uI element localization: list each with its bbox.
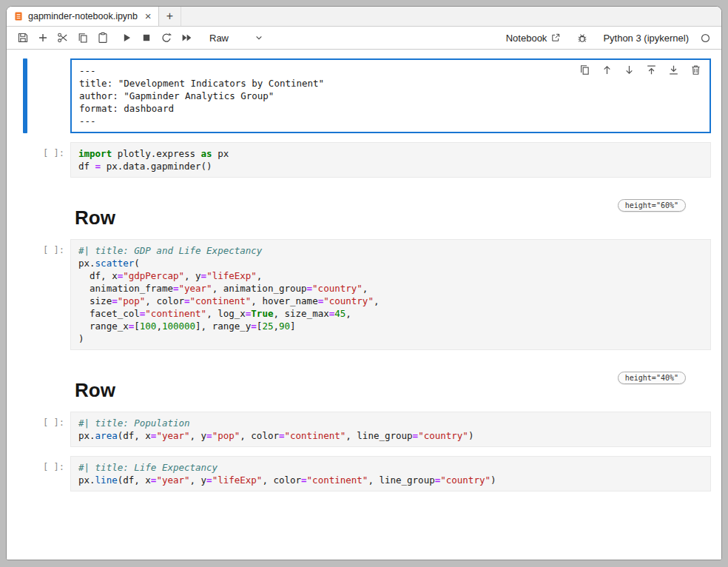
chevron-down-icon bbox=[254, 33, 264, 43]
debugger-bug-icon[interactable] bbox=[572, 29, 592, 47]
code-line: #| title: GDP and Life Expectancy bbox=[78, 244, 703, 257]
cell-input-area[interactable]: import plotly.express as pxdf = px.data.… bbox=[70, 142, 711, 178]
restart-run-all-button[interactable] bbox=[176, 29, 196, 47]
code-line: df = px.data.gapminder() bbox=[78, 160, 703, 172]
code-line: #| title: Life Expectancy bbox=[78, 461, 703, 474]
code-line: animation_frame="year", animation_group=… bbox=[78, 282, 703, 295]
code-line: import plotly.express as px bbox=[78, 147, 703, 160]
save-button[interactable] bbox=[13, 29, 33, 47]
code-line: format: dashboard bbox=[79, 102, 702, 115]
duplicate-icon[interactable] bbox=[579, 64, 591, 76]
notebook-file-icon bbox=[13, 11, 24, 21]
copy-cells-button[interactable] bbox=[73, 29, 92, 47]
code-line: size="pop", color="continent", hover_nam… bbox=[78, 295, 703, 307]
cell-input-area[interactable]: ---title: "Development Indicators by Con… bbox=[70, 58, 711, 133]
toolbar-right-group: Notebook Python 3 (ipykernel) bbox=[506, 29, 711, 47]
insert-cell-button[interactable] bbox=[33, 29, 53, 47]
height-badge: height="40%" bbox=[618, 372, 686, 384]
notebook-cell: [ ]:#| title: Populationpx.area(df, x="y… bbox=[7, 412, 711, 447]
code-line: range_x=[100,100000], range_y=[25,90] bbox=[78, 320, 703, 332]
markdown-cell[interactable]: Rowheight="40%" bbox=[75, 372, 711, 401]
notebook-view-label: Notebook bbox=[506, 33, 547, 44]
code-line: ) bbox=[78, 332, 703, 345]
kernel-status-icon bbox=[700, 33, 711, 44]
markdown-cell[interactable]: Rowheight="60%" bbox=[75, 199, 711, 229]
tab-bar-filler bbox=[181, 7, 721, 26]
cell-input-area[interactable]: #| title: Populationpx.area(df, x="year"… bbox=[70, 412, 711, 447]
paste-cells-button[interactable] bbox=[92, 29, 112, 47]
code-line: px.line(df, x="year", y="lifeExp", color… bbox=[78, 474, 703, 486]
tab-bar: gapminder-notebook.ipynb × + bbox=[7, 7, 721, 27]
cell-type-value: Raw bbox=[209, 33, 229, 44]
external-link-icon bbox=[550, 33, 561, 43]
cell-toolbar bbox=[579, 64, 702, 76]
code-line: df, x="gdpPercap", y="lifeExp", bbox=[78, 269, 703, 282]
active-cell-indicator[interactable] bbox=[23, 58, 27, 133]
delete-icon[interactable] bbox=[690, 64, 702, 76]
cut-cells-button[interactable] bbox=[53, 29, 73, 47]
notebook-toolbar: Raw Notebook Python 3 (ipykernel) bbox=[7, 27, 721, 50]
move-up-icon[interactable] bbox=[601, 64, 613, 76]
move-down-icon[interactable] bbox=[623, 64, 636, 76]
code-line: #| title: Population bbox=[78, 417, 703, 429]
cell-input-area[interactable]: #| title: GDP and Life Expectancypx.scat… bbox=[70, 239, 711, 350]
notebook-content: ---title: "Development Indicators by Con… bbox=[7, 50, 721, 560]
cell-prompt bbox=[7, 58, 70, 133]
tab-title: gapminder-notebook.ipynb bbox=[28, 11, 138, 21]
insert-above-icon[interactable] bbox=[645, 64, 658, 76]
tab-close-icon[interactable]: × bbox=[142, 10, 154, 22]
cell-prompt: [ ]: bbox=[7, 142, 70, 178]
insert-below-icon[interactable] bbox=[667, 64, 680, 76]
code-line: --- bbox=[79, 115, 702, 127]
cell-list: ---title: "Development Indicators by Con… bbox=[7, 58, 721, 491]
row-heading: Row bbox=[75, 379, 711, 401]
row-heading: Row bbox=[75, 207, 711, 229]
kernel-name[interactable]: Python 3 (ipykernel) bbox=[603, 33, 689, 44]
restart-kernel-button[interactable] bbox=[156, 29, 176, 47]
code-line: author: "Gapminder Analytics Group" bbox=[79, 90, 702, 102]
notebook-view-switch[interactable]: Notebook bbox=[506, 33, 562, 44]
cell-prompt: [ ]: bbox=[7, 456, 70, 491]
tab-gapminder-notebook[interactable]: gapminder-notebook.ipynb × bbox=[7, 7, 159, 26]
notebook-cell: [ ]:import plotly.express as pxdf = px.d… bbox=[7, 142, 711, 178]
cell-prompt: [ ]: bbox=[7, 412, 70, 447]
height-badge: height="60%" bbox=[618, 199, 686, 212]
notebook-cell: ---title: "Development Indicators by Con… bbox=[7, 58, 711, 133]
code-line: px.scatter( bbox=[78, 257, 703, 269]
code-line: px.area(df, x="year", y="pop", color="co… bbox=[78, 429, 703, 442]
cell-input-area[interactable]: #| title: Life Expectancypx.line(df, x="… bbox=[70, 456, 711, 491]
run-cell-button[interactable] bbox=[116, 29, 136, 47]
notebook-cell: [ ]:#| title: GDP and Life Expectancypx.… bbox=[7, 239, 711, 350]
code-line: facet_col="continent", log_x=True, size_… bbox=[78, 307, 703, 320]
code-line: title: "Development Indicators by Contin… bbox=[79, 77, 702, 90]
new-tab-button[interactable]: + bbox=[159, 7, 181, 26]
cell-type-select[interactable]: Raw bbox=[209, 33, 264, 44]
cell-prompt: [ ]: bbox=[7, 239, 70, 350]
interrupt-kernel-button[interactable] bbox=[136, 29, 156, 47]
notebook-cell: [ ]:#| title: Life Expectancypx.line(df,… bbox=[7, 456, 711, 491]
app-window: gapminder-notebook.ipynb × + bbox=[6, 6, 722, 560]
